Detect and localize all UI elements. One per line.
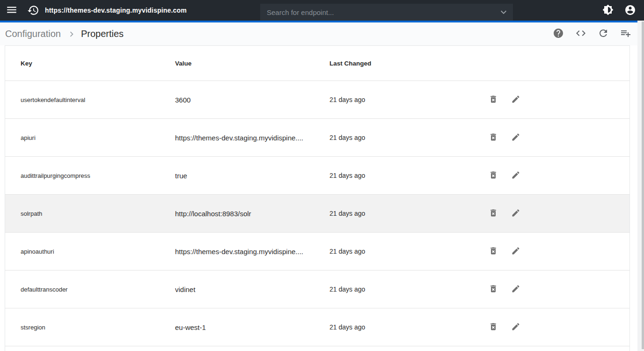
breadcrumb-configuration[interactable]: Configuration — [5, 29, 61, 39]
code-icon — [575, 28, 586, 40]
table-row[interactable]: apiuri https://themes-dev.staging.myvidi… — [5, 119, 629, 157]
delete-property-button[interactable] — [484, 280, 503, 299]
current-url: https://themes-dev.staging.myvidispine.c… — [45, 0, 187, 21]
delete-forever-icon — [489, 208, 498, 219]
property-key: apinoauthuri — [21, 248, 175, 255]
edit-property-button[interactable] — [506, 204, 525, 223]
edit-pencil-icon — [511, 322, 520, 333]
delete-property-button[interactable] — [484, 166, 503, 185]
property-key: defaulttranscoder — [21, 286, 175, 293]
chevron-down-icon[interactable] — [498, 7, 509, 18]
endpoint-search-input[interactable] — [260, 4, 498, 21]
property-value: eu-west-1 — [175, 323, 329, 331]
api-view-button[interactable] — [575, 29, 586, 40]
property-value: https://themes-dev.staging.myvidispine..… — [175, 248, 329, 256]
column-header-last-changed: Last Changed — [329, 60, 484, 67]
properties-table-body: usertokendefaultinterval 3600 21 days ag… — [5, 81, 629, 346]
property-key: apiuri — [21, 134, 175, 141]
table-row[interactable]: audittrailpurgingcompress true 21 days a… — [5, 157, 629, 195]
edit-pencil-icon — [511, 170, 520, 181]
property-value: https://themes-dev.staging.myvidispine..… — [175, 134, 329, 142]
help-icon — [553, 28, 564, 40]
property-key: audittrailpurgingcompress — [21, 172, 175, 179]
delete-property-button[interactable] — [484, 204, 503, 223]
property-value: http://localhost:8983/solr — [175, 210, 329, 218]
edit-pencil-icon — [511, 132, 520, 143]
property-value: 3600 — [175, 96, 329, 104]
help-button[interactable] — [553, 29, 564, 40]
table-row[interactable]: solrpath http://localhost:8983/solr 21 d… — [5, 195, 629, 233]
property-last-changed: 21 days ago — [329, 134, 484, 141]
column-header-key: Key — [21, 60, 175, 67]
property-last-changed: 21 days ago — [329, 323, 484, 331]
page-actions — [553, 22, 631, 45]
row-actions — [484, 166, 629, 185]
table-row[interactable]: apinoauthuri https://themes-dev.staging.… — [5, 233, 629, 271]
scrollbar-thumb[interactable] — [642, 22, 644, 349]
edit-property-button[interactable] — [506, 318, 525, 336]
top-navigation-bar: https://themes-dev.staging.myvidispine.c… — [0, 0, 644, 21]
account-circle-icon — [624, 4, 636, 17]
theme-toggle-button[interactable] — [602, 5, 614, 16]
edit-property-button[interactable] — [506, 128, 525, 147]
delete-property-button[interactable] — [484, 318, 503, 336]
edit-pencil-icon — [511, 246, 520, 257]
column-header-value: Value — [175, 60, 329, 67]
table-header-row: Key Value Last Changed — [5, 46, 629, 81]
delete-property-button[interactable] — [484, 242, 503, 261]
delete-forever-icon — [489, 246, 498, 257]
delete-forever-icon — [489, 170, 498, 181]
edit-property-button[interactable] — [506, 166, 525, 185]
edit-property-button[interactable] — [506, 280, 525, 299]
table-row[interactable]: usertokendefaultinterval 3600 21 days ag… — [5, 81, 629, 119]
delete-property-button[interactable] — [484, 128, 503, 147]
row-actions — [484, 204, 629, 223]
edit-pencil-icon — [511, 95, 520, 105]
delete-forever-icon — [489, 132, 498, 143]
hamburger-icon — [6, 4, 18, 17]
refresh-icon — [598, 28, 609, 40]
delete-forever-icon — [489, 284, 498, 295]
property-key: solrpath — [21, 210, 175, 217]
row-actions — [484, 280, 629, 299]
property-last-changed: 21 days ago — [329, 172, 484, 179]
chevron-right-icon — [66, 29, 77, 39]
playlist-add-icon — [620, 28, 631, 40]
account-button[interactable] — [624, 5, 636, 16]
edit-pencil-icon — [511, 208, 520, 219]
breadcrumb-bar: Configuration Properties — [0, 22, 637, 45]
page-title: Properties — [81, 29, 124, 39]
property-last-changed: 21 days ago — [329, 96, 484, 103]
edit-property-button[interactable] — [506, 242, 525, 261]
row-actions — [484, 90, 629, 109]
table-row[interactable]: stsregion eu-west-1 21 days ago — [5, 308, 629, 346]
property-last-changed: 21 days ago — [329, 248, 484, 255]
delete-forever-icon — [489, 322, 498, 333]
table-row[interactable]: defaulttranscoder vidinet 21 days ago — [5, 271, 629, 308]
row-actions — [484, 318, 629, 336]
properties-table-card: Key Value Last Changed usertokendefaulti… — [5, 45, 630, 351]
edit-property-button[interactable] — [506, 90, 525, 109]
vertical-scrollbar[interactable] — [637, 21, 644, 351]
refresh-button[interactable] — [598, 29, 609, 40]
history-icon — [27, 4, 39, 18]
property-value: vidinet — [175, 285, 329, 293]
delete-property-button[interactable] — [484, 90, 503, 109]
property-key: stsregion — [21, 324, 175, 331]
edit-pencil-icon — [511, 284, 520, 295]
menu-button[interactable] — [6, 4, 18, 16]
property-key: usertokendefaultinterval — [21, 96, 175, 103]
delete-forever-icon — [489, 95, 498, 105]
property-last-changed: 21 days ago — [329, 210, 484, 217]
property-value: true — [175, 172, 329, 180]
property-last-changed: 21 days ago — [329, 285, 484, 293]
history-button[interactable] — [27, 5, 39, 17]
breadcrumb: Configuration Properties — [5, 29, 124, 39]
add-property-button[interactable] — [620, 29, 631, 40]
brightness-icon — [602, 4, 614, 17]
endpoint-search-box[interactable] — [260, 4, 513, 21]
row-actions — [484, 242, 629, 261]
row-actions — [484, 128, 629, 147]
